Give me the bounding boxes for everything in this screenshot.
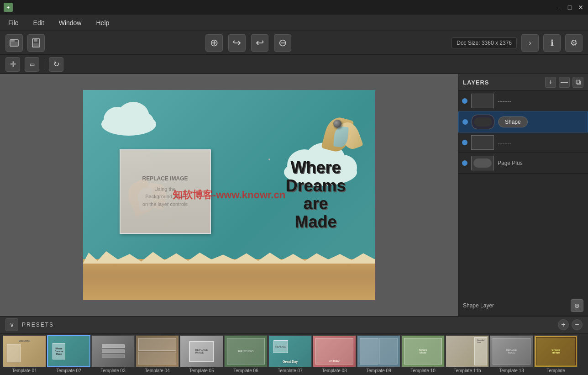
preset-item-p03[interactable]: Template 03 <box>91 335 135 373</box>
svg-rect-2 <box>10 42 18 46</box>
title-bar-controls: — □ ✕ <box>555 4 584 11</box>
svg-rect-5 <box>33 43 39 47</box>
presets-title: PRESETS <box>22 322 54 328</box>
open-file-button[interactable] <box>5 34 23 52</box>
menu-window[interactable]: Window <box>56 17 84 28</box>
info-button[interactable]: ℹ <box>543 34 561 52</box>
svg-rect-1 <box>10 40 15 42</box>
shape-info-button[interactable]: ⊕ <box>571 299 583 312</box>
layer-thumbnail-4 <box>471 156 494 170</box>
preset-thumbnail-p08: Oh Baby! <box>313 335 356 367</box>
move-tool-button[interactable]: ✛ <box>5 57 20 72</box>
zoom-in-button[interactable]: ⊕ <box>205 34 223 52</box>
presets-header: ∨ PRESETS + − <box>0 317 588 333</box>
layer-visibility-dot[interactable] <box>462 119 468 125</box>
layer-visibility-dot[interactable] <box>462 98 467 104</box>
main-area: REPLACE IMAGE Using the Background Style… <box>0 74 588 316</box>
preset-item-p11[interactable]: BeautifulPrintTemplate 11b <box>446 335 489 373</box>
image-placeholder[interactable]: REPLACE IMAGE Using the Background Style… <box>120 149 211 234</box>
menu-help[interactable]: Help <box>93 17 112 28</box>
preset-thumbnail-p13: CreateRiPpe <box>534 335 578 367</box>
save-button[interactable] <box>27 34 45 52</box>
svg-rect-4 <box>34 39 37 42</box>
wood-plank <box>83 259 375 300</box>
rotate-tool-button[interactable]: ↻ <box>49 57 63 72</box>
title-bar-left: ✦ <box>4 3 13 12</box>
shape-layer-label: Shape Layer <box>463 302 494 309</box>
preset-item-p10[interactable]: NatureMadeTemplate 10 <box>401 335 445 373</box>
canvas-wrapper: REPLACE IMAGE Using the Background Style… <box>83 90 375 300</box>
minimize-button[interactable]: — <box>555 4 562 11</box>
preset-item-p08[interactable]: Oh Baby!Template 08 <box>313 335 356 373</box>
toolbar-left <box>5 34 45 52</box>
preset-thumbnail-p12: REPLACEIMAGE <box>490 335 533 367</box>
preset-item-p05[interactable]: REPLACEIMAGETemplate 05 <box>180 335 223 373</box>
layers-panel: LAYERS + — ⧉ -------- Shape <box>458 74 588 316</box>
arrow-right-button[interactable]: › <box>521 34 539 52</box>
layer-visibility-dot[interactable] <box>462 140 467 145</box>
preset-thumbnail-p11: BeautifulPrint <box>446 335 489 367</box>
preset-thumbnail-p04 <box>136 335 179 367</box>
canvas-content: REPLACE IMAGE Using the Background Style… <box>83 90 375 300</box>
preset-label-p04: Template 04 <box>145 368 169 373</box>
preset-item-p02[interactable]: WhereDreamsMadeTemplate 02 <box>47 335 90 373</box>
preset-label-p09: Template 09 <box>366 368 391 373</box>
presets-collapse-button[interactable]: ∨ <box>5 318 18 331</box>
preset-thumbnail-p05: REPLACEIMAGE <box>180 335 223 367</box>
preset-label-p08: Template 08 <box>322 368 346 373</box>
preset-label-p02: Template 02 <box>56 368 81 373</box>
preset-label-p03: Template 03 <box>100 368 125 373</box>
toolbar-divider <box>44 59 44 70</box>
zoom-out-button[interactable]: ⊖ <box>274 34 291 52</box>
layer-thumbnail <box>471 94 494 108</box>
preset-item-p13[interactable]: CreateRiPpeTemplate <box>534 335 578 373</box>
remove-layer-button[interactable]: — <box>559 77 570 88</box>
select-tool-button[interactable]: ▭ <box>25 57 39 72</box>
close-button[interactable]: ✕ <box>577 4 584 11</box>
copy-layer-button[interactable]: ⧉ <box>572 77 583 88</box>
preset-thumbnail-p01: Beautiful <box>3 335 46 367</box>
preset-thumbnail-p06: RIP STUDIO <box>224 335 268 367</box>
layer-thumbnail-shape <box>472 115 494 129</box>
layer-item-3[interactable]: -------- <box>458 132 588 153</box>
layer-item[interactable]: -------- <box>458 91 588 111</box>
canvas-area[interactable]: REPLACE IMAGE Using the Background Style… <box>0 74 458 316</box>
layer-visibility-dot[interactable] <box>462 160 467 166</box>
redo-button[interactable]: ↩ <box>251 34 268 52</box>
preset-label-p10: Template 10 <box>410 368 435 373</box>
layer-item-4[interactable]: Page Plus <box>458 153 588 174</box>
settings-button[interactable]: ⚙ <box>565 34 583 52</box>
layer-thumbnail-3 <box>471 135 494 150</box>
preset-item-p06[interactable]: RIP STUDIOTemplate 06 <box>224 335 268 373</box>
preset-item-p09[interactable]: Template 09 <box>357 335 400 373</box>
app-icon: ✦ <box>4 3 13 12</box>
add-preset-button[interactable]: + <box>558 319 569 330</box>
layers-title: LAYERS <box>463 79 489 86</box>
preset-item-p04[interactable]: Template 04 <box>136 335 179 373</box>
preset-item-p12[interactable]: REPLACEIMAGETemplate 13 <box>490 335 533 373</box>
menu-file[interactable]: File <box>5 17 21 28</box>
add-layer-button[interactable]: + <box>545 77 556 88</box>
undo-button[interactable]: ↩ <box>228 34 246 52</box>
scrapbook-canvas: REPLACE IMAGE Using the Background Style… <box>83 90 375 300</box>
shape-layer-button[interactable]: Shape <box>498 116 528 127</box>
remove-preset-button[interactable]: − <box>572 319 583 330</box>
preset-item-p07[interactable]: Great DayREPLACETemplate 07 <box>268 335 312 373</box>
preset-item-p01[interactable]: BeautifulTemplate 01 <box>3 335 46 373</box>
title-bar: ✦ — □ ✕ <box>0 0 588 15</box>
menu-bar: File Edit Window Help <box>0 15 588 31</box>
layer-item-shape[interactable]: Shape <box>458 111 588 132</box>
layers-header: LAYERS + — ⧉ <box>458 74 588 91</box>
shape-layer-info: Shape Layer ⊕ <box>458 296 588 316</box>
layer-name-3: -------- <box>498 140 584 145</box>
menu-edit[interactable]: Edit <box>31 17 47 28</box>
preset-label-p05: Template 05 <box>189 368 214 373</box>
maximize-button[interactable]: □ <box>566 4 573 11</box>
preset-thumbnail-p10: NatureMade <box>401 335 445 367</box>
cloud-left <box>97 95 161 136</box>
secondary-toolbar: ✛ ▭ ↻ <box>0 55 588 74</box>
presets-scroll[interactable]: BeautifulTemplate 01WhereDreamsMadeTempl… <box>0 333 588 375</box>
preset-label-p13: Template <box>546 368 565 373</box>
presets-bar: ∨ PRESETS + − BeautifulTemplate 01WhereD… <box>0 316 588 375</box>
dot-indicator <box>268 158 270 160</box>
